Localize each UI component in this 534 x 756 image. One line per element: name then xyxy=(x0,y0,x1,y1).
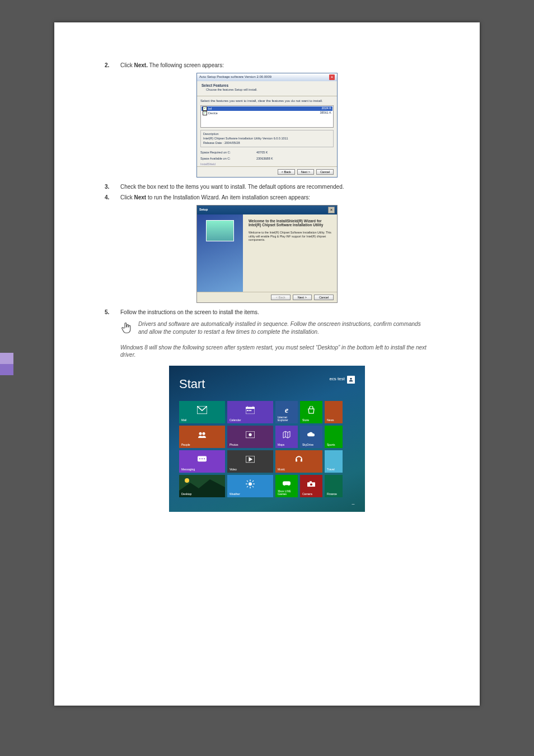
tile-internet-explorer[interactable]: eInternet Explorer xyxy=(275,401,298,423)
tile-camera[interactable]: Camera xyxy=(300,475,322,497)
feature-row-inf[interactable]: ✓Inf 2024 K xyxy=(202,106,332,111)
tile-messaging[interactable]: Messaging xyxy=(179,450,225,473)
tile-grid: Mail Calendar eInternet Explorer Store N… xyxy=(179,401,355,497)
tile-label: Video xyxy=(229,468,271,471)
dialog-installshield: Setup × Welcome to the InstallShield(R) … xyxy=(196,205,338,303)
svg-point-11 xyxy=(249,433,251,436)
next-button[interactable]: Next > xyxy=(297,169,314,175)
tile-label: SkyDrive xyxy=(302,444,320,446)
start-title: Start xyxy=(179,376,205,393)
people-icon xyxy=(197,431,207,439)
side-tab-1[interactable] xyxy=(0,353,13,364)
ie-icon: e xyxy=(285,405,288,416)
cancel-button[interactable]: Cancel xyxy=(314,295,334,300)
svg-point-30 xyxy=(310,483,312,486)
svg-point-16 xyxy=(202,458,203,459)
checkbox-icon[interactable]: ✓ xyxy=(203,106,207,111)
tile-photos[interactable]: Photos xyxy=(227,426,273,448)
tile-label: Photos xyxy=(229,444,271,446)
next-button[interactable]: Next > xyxy=(293,295,312,300)
description-line: Intel(R) Chipset Software Installation U… xyxy=(203,137,331,141)
tile-label: Internet Explorer xyxy=(278,416,296,422)
note-block: Drivers and software are automatically i… xyxy=(120,320,429,338)
svg-point-19 xyxy=(249,482,252,486)
tile-calendar[interactable]: Calendar xyxy=(227,401,273,423)
side-tab-2[interactable] xyxy=(0,364,13,375)
tile-people[interactable]: People xyxy=(179,426,225,448)
sidebar-image xyxy=(206,220,234,241)
cancel-button[interactable]: Cancel xyxy=(316,169,334,175)
text-bold: Next xyxy=(134,194,146,200)
tile-store[interactable]: Store xyxy=(300,401,322,423)
tile-label: Calendar xyxy=(229,419,271,422)
note-text-2: Windows 8 will show the following screen… xyxy=(120,344,429,359)
tile-label: Mail xyxy=(181,419,223,422)
description-line: Release Date : 2004/05/28 xyxy=(203,141,331,145)
tile-label: Camera xyxy=(302,493,320,496)
dialog-titlebar: Auto Setup Package software Version 2.00… xyxy=(197,73,337,81)
feature-name: Inf xyxy=(208,106,212,110)
tile-desktop[interactable]: Desktop xyxy=(179,475,225,497)
video-icon xyxy=(246,456,255,464)
text-bold: Next. xyxy=(134,62,147,68)
step-body: Click Next to run the Installation Wizar… xyxy=(120,194,429,202)
description-label: Description xyxy=(203,132,331,136)
close-icon[interactable]: × xyxy=(329,74,335,80)
tile-news[interactable]: News xyxy=(325,401,343,423)
header-subtitle: Choose the features Setup will install. xyxy=(202,88,332,92)
tile-weather[interactable]: Weather xyxy=(227,475,273,497)
svg-rect-7 xyxy=(250,410,251,411)
tile-label: Music xyxy=(278,468,320,471)
tile-label: Sports xyxy=(327,444,340,446)
feature-row-device[interactable]: ✓Device 38561 K xyxy=(202,111,332,115)
value: 40705 K xyxy=(256,151,268,155)
step-2: 2. Click Next. The following screen appe… xyxy=(105,62,429,69)
svg-rect-29 xyxy=(310,481,312,483)
cloud-icon xyxy=(307,432,316,438)
calendar-icon xyxy=(246,406,255,415)
tile-skydrive[interactable]: SkyDrive xyxy=(300,426,322,448)
dialog-select-features: Auto Setup Package software Version 2.00… xyxy=(196,73,338,178)
document-page: 2. Click Next. The following screen appe… xyxy=(54,22,480,706)
tile-label: Store xyxy=(302,419,320,422)
windows-start-screen: Start ecs test Mail Calendar eInternet E… xyxy=(169,366,365,512)
tile-label: Travel xyxy=(327,468,340,471)
tile-finance[interactable]: Finance xyxy=(325,475,343,497)
step-4: 4. Click Next to run the Installation Wi… xyxy=(105,194,429,202)
close-icon[interactable]: × xyxy=(328,207,335,213)
brand-text: InstallShield xyxy=(197,162,337,166)
tile-maps[interactable]: Maps xyxy=(275,426,298,448)
games-icon xyxy=(283,481,291,488)
camera-icon xyxy=(307,481,315,488)
tile-travel[interactable]: Travel xyxy=(325,450,343,473)
text: to run the Installation Wizard. An item … xyxy=(146,194,310,200)
tile-mail[interactable]: Mail xyxy=(179,401,225,423)
dialog-titlebar: Setup × xyxy=(197,206,337,214)
tile-music[interactable]: Music xyxy=(275,450,322,473)
tile-video[interactable]: Video xyxy=(227,450,273,473)
dialog-content: Welcome to the InstallShield(R) Wizard f… xyxy=(243,214,337,292)
text: Click xyxy=(120,194,134,200)
note-text: Drivers and software are automatically i… xyxy=(138,320,429,338)
tile-label: Desktop xyxy=(181,493,223,496)
svg-line-25 xyxy=(252,486,254,487)
checkbox-icon[interactable]: ✓ xyxy=(203,111,207,115)
svg-line-26 xyxy=(252,480,254,482)
tile-games[interactable]: Xbox LIVE Games xyxy=(275,475,298,497)
user-badge[interactable]: ecs test xyxy=(329,376,355,384)
header-title: Select Features xyxy=(202,83,332,88)
photos-icon xyxy=(246,431,255,439)
tile-sports[interactable]: Sports xyxy=(325,426,343,448)
zoom-out-icon[interactable]: − xyxy=(179,501,355,508)
feature-list: ✓Inf 2024 K ✓Device 38561 K xyxy=(200,105,334,128)
svg-rect-6 xyxy=(249,410,250,411)
avatar-icon xyxy=(347,376,355,384)
step-number: 5. xyxy=(105,309,120,316)
dialog-buttons: < Back Next > Cancel xyxy=(197,166,337,177)
svg-line-27 xyxy=(247,486,248,487)
store-icon xyxy=(307,406,315,415)
back-button[interactable]: < Back xyxy=(278,169,295,175)
step-3: 3. Check the box next to the items you w… xyxy=(105,183,429,191)
label: Space Required on C: xyxy=(200,151,256,155)
tile-label: Finance xyxy=(327,493,340,496)
